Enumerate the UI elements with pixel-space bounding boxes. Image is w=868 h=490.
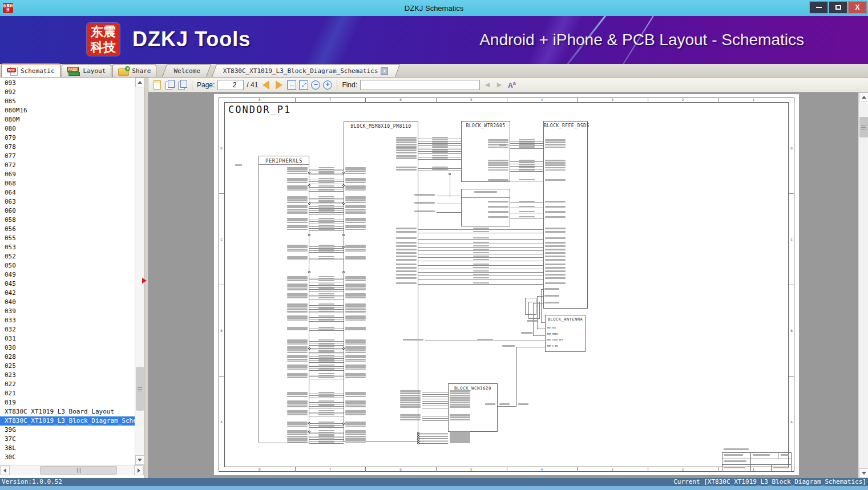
sidebar-item[interactable]: 042 xyxy=(0,289,135,298)
find-previous-icon[interactable]: ◀ xyxy=(483,81,492,88)
sidebar-vertical-scrollbar[interactable] xyxy=(135,78,144,465)
schematic-page[interactable]: 8877665544332211DDCCBBAACONDOR_P1PERIPHE… xyxy=(214,94,799,475)
scroll-down-icon[interactable] xyxy=(859,468,868,478)
sidebar-item[interactable]: 060 xyxy=(0,206,135,216)
next-page-button[interactable] xyxy=(276,80,282,90)
zone-number: 7 xyxy=(295,467,366,472)
sidebar-item[interactable]: 30C xyxy=(0,453,135,462)
titlebar: 东震科技 DZKJ Schematics X xyxy=(0,0,868,16)
antenna-pin-label: ANT_MAIN xyxy=(547,333,558,335)
sidebar-item[interactable]: XT830C_XT1019_L3_Board_Layout xyxy=(0,407,135,416)
sidebar-item[interactable]: 063 xyxy=(0,197,135,206)
snapshot-icon[interactable] xyxy=(177,80,187,90)
tab-label: Schematic xyxy=(21,67,55,75)
sidebar-item[interactable]: 045 xyxy=(0,280,135,289)
brand-name: DZKJ Tools xyxy=(132,27,251,51)
zoom-in-button[interactable]: + xyxy=(323,80,332,90)
page-number-input[interactable] xyxy=(217,80,244,90)
close-button[interactable]: X xyxy=(848,1,867,14)
sidebar-horizontal-scrollbar[interactable] xyxy=(0,465,144,475)
zone-number: 8 xyxy=(224,97,295,102)
schematic-canvas[interactable]: 8877665544332211DDCCBBAACONDOR_P1PERIPHE… xyxy=(148,92,868,478)
close-tab-icon[interactable]: x xyxy=(381,67,388,75)
scroll-down-icon[interactable] xyxy=(135,455,144,465)
sidebar-item[interactable]: 068 xyxy=(0,179,135,188)
zone-number: 3 xyxy=(577,97,648,102)
maximize-button[interactable] xyxy=(829,1,847,14)
find-next-icon[interactable]: ▶ xyxy=(495,81,504,88)
sidebar-item[interactable]: 064 xyxy=(0,188,135,197)
tab-share[interactable]: Share xyxy=(112,64,156,77)
tab-schematic[interactable]: Schematic xyxy=(1,63,60,77)
canvas-vertical-scrollbar[interactable] xyxy=(858,92,868,478)
schematic-block-block_wtr2605: BLOCK_WTR2605 xyxy=(461,121,510,182)
sidebar-item[interactable]: 072 xyxy=(0,161,135,170)
sidebar-item[interactable]: 37C xyxy=(0,435,135,444)
document-tab[interactable]: Welcome xyxy=(162,64,211,77)
block-label: BLOCK_ANTENNA xyxy=(546,317,585,322)
sidebar-item[interactable]: 38L xyxy=(0,444,135,453)
block-label: PERIPHERALS xyxy=(259,158,309,164)
sidebar-item[interactable]: 069 xyxy=(0,170,135,179)
banner-light-streak xyxy=(240,16,411,64)
sidebar-item[interactable]: 056 xyxy=(0,225,135,234)
sidebar-item[interactable]: 093 xyxy=(0,79,135,88)
tab-layout[interactable]: Layout xyxy=(62,64,112,77)
scroll-right-icon[interactable] xyxy=(134,465,144,475)
zone-letter: D xyxy=(789,145,794,151)
font-size-icon[interactable]: Aa xyxy=(508,80,516,90)
brand-logo: 东震科技 xyxy=(87,23,120,56)
scroll-up-icon[interactable] xyxy=(859,92,868,102)
sidebar-item[interactable]: 080 xyxy=(0,124,135,133)
sidebar-item[interactable]: 078 xyxy=(0,143,135,152)
sidebar-scroll-thumb[interactable] xyxy=(136,367,144,411)
scroll-left-icon[interactable] xyxy=(0,465,10,475)
sidebar-item[interactable]: 019 xyxy=(0,398,135,407)
sidebar-item[interactable]: 033 xyxy=(0,316,135,325)
sidebar-item[interactable]: 021 xyxy=(0,389,135,398)
sidebar-item[interactable]: 077 xyxy=(0,152,135,161)
document-tab[interactable]: XT830C_XT1019_L3_Block_Diagram_Schematic… xyxy=(212,64,400,77)
toolbar-separator xyxy=(337,80,337,90)
sidebar-item[interactable]: 092 xyxy=(0,88,135,97)
pads-icon xyxy=(67,67,81,75)
zone-number: 3 xyxy=(577,467,648,472)
fit-width-button[interactable]: ↔ xyxy=(287,80,296,90)
zone-letter: D xyxy=(219,145,224,151)
sidebar-item[interactable]: 031 xyxy=(0,334,135,343)
sidebar-item[interactable]: XT830C_XT1019_L3_Block_Diagram_Schemat xyxy=(0,416,135,426)
zoom-out-button[interactable]: − xyxy=(311,80,320,90)
sidebar-item[interactable]: 085 xyxy=(0,97,135,106)
minimize-button[interactable] xyxy=(809,1,828,14)
sidebar-item[interactable]: 053 xyxy=(0,243,135,252)
sidebar-item[interactable]: 079 xyxy=(0,133,135,143)
sidebar-item[interactable]: 058 xyxy=(0,216,135,225)
find-input[interactable] xyxy=(360,80,480,90)
copy-page-icon[interactable] xyxy=(165,80,175,90)
canvas-scroll-thumb[interactable] xyxy=(859,117,868,137)
sidebar-item[interactable]: 022 xyxy=(0,380,135,389)
sidebar-item[interactable]: 080M xyxy=(0,115,135,124)
sidebar-item[interactable]: 030 xyxy=(0,343,135,353)
previous-page-button[interactable] xyxy=(263,80,269,90)
sidebar-item[interactable]: 055 xyxy=(0,234,135,243)
sidebar-item[interactable]: 028 xyxy=(0,353,135,362)
sidebar-item[interactable]: 023 xyxy=(0,371,135,380)
sidebar-item[interactable]: 050 xyxy=(0,261,135,270)
toolbar-separator xyxy=(192,80,192,90)
scroll-up-icon[interactable] xyxy=(135,78,144,87)
zone-letter: C xyxy=(789,237,794,242)
sidebar-item[interactable]: 049 xyxy=(0,270,135,280)
fit-page-button[interactable]: ⤢ xyxy=(299,80,308,90)
sidebar-item[interactable]: 080M16 xyxy=(0,106,135,115)
sidebar-hscroll-thumb[interactable] xyxy=(40,466,117,475)
sidebar-item[interactable]: 025 xyxy=(0,362,135,371)
copy-text-icon[interactable] xyxy=(152,80,162,90)
banner-tagline: Android + iPhone & PCB Layout - Schemati… xyxy=(479,31,804,49)
sidebar-item[interactable]: 040 xyxy=(0,298,135,307)
sidebar-item[interactable]: 39G xyxy=(0,426,135,435)
sidebar-item[interactable]: 052 xyxy=(0,252,135,261)
sidebar-item[interactable]: 032 xyxy=(0,325,135,334)
window-title: DZKJ Schematics xyxy=(0,4,868,13)
sidebar-item[interactable]: 039 xyxy=(0,307,135,316)
